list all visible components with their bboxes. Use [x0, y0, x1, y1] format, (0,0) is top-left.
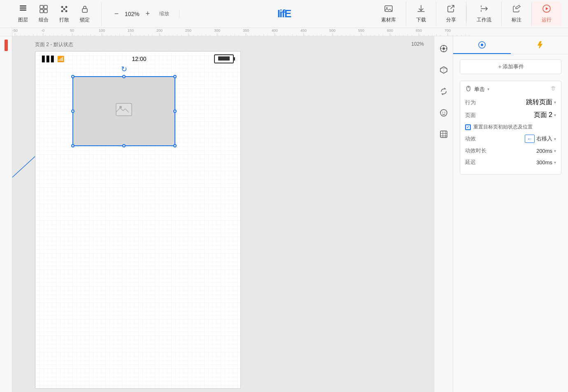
logo-text: IifE [277, 7, 291, 20]
download-button[interactable]: 下载 [406, 2, 436, 26]
run-button[interactable]: 运行 [532, 2, 561, 26]
duration-value-group: 200ms ▾ [536, 148, 556, 154]
cycle-button[interactable] [436, 84, 451, 99]
add-event-plus-icon: ＋ [497, 63, 503, 70]
battery-icon [214, 54, 234, 63]
emoji-button[interactable] [436, 105, 451, 120]
svg-rect-2 [20, 5, 26, 7]
horizontal-ruler: -50-050100150200250300350400450500550600… [12, 28, 568, 36]
svg-point-14 [386, 7, 388, 9]
behavior-value: 跳转页面 [526, 98, 552, 107]
right-side: ＋ 添加事件 单击 [434, 36, 568, 392]
signal-icon: ▋▋▋ [42, 56, 56, 62]
download-label: 下载 [416, 16, 426, 23]
share-button[interactable]: 分享 [436, 2, 466, 26]
handle-top-center[interactable] [122, 75, 126, 78]
checkbox-check-icon: ✓ [466, 125, 470, 129]
zoom-label: 缩放 [159, 10, 169, 17]
duration-label: 动效时长 [465, 147, 487, 154]
svg-rect-4 [44, 5, 47, 9]
rotation-handle[interactable]: ↻ [121, 65, 127, 74]
svg-point-11 [63, 8, 65, 10]
table-button[interactable] [436, 127, 451, 142]
share-label: 分享 [446, 16, 456, 23]
handle-bottom-center[interactable] [122, 144, 126, 147]
assets-label: 素材库 [381, 16, 396, 23]
target-button[interactable] [436, 41, 451, 56]
zoom-plus-button[interactable]: + [143, 9, 153, 18]
image-placeholder-icon [116, 103, 132, 119]
page-row: 页面 页面 2 ▾ [465, 111, 556, 119]
run-label: 运行 [542, 16, 552, 23]
layers-label: 图层 [18, 16, 28, 23]
svg-rect-12 [82, 9, 87, 12]
handle-top-left[interactable] [71, 75, 74, 78]
svg-rect-6 [44, 9, 47, 13]
svg-point-8 [65, 6, 68, 8]
props-tabs [453, 36, 568, 54]
svg-point-18 [119, 106, 122, 108]
right-toolbar: 素材库 下载 分享 [371, 2, 561, 26]
handle-bottom-left[interactable] [71, 144, 74, 147]
status-bar: ▋▋▋ 📶 12:00 [35, 51, 240, 66]
reset-checkbox[interactable]: ✓ [465, 124, 471, 130]
page-label: 页面 [465, 112, 490, 119]
image-element-wrapper[interactable]: ↻ [72, 76, 175, 146]
behavior-dropdown[interactable]: 跳转页面 ▾ [526, 98, 556, 107]
event-trigger[interactable]: 单击 ▾ [465, 85, 489, 93]
handle-bottom-right[interactable] [173, 144, 177, 147]
effect-value-group: ← 右移入 ▾ [525, 135, 556, 143]
add-event-button[interactable]: ＋ 添加事件 [460, 59, 561, 74]
effect-label: 动效 [465, 135, 476, 142]
handle-middle-left[interactable] [71, 110, 74, 113]
reset-label: 重置目标页初始状态及位置 [473, 124, 533, 131]
annotate-icon [512, 4, 521, 15]
workflow-button[interactable]: 工作流 [467, 2, 502, 26]
handle-top-right[interactable] [173, 75, 177, 78]
logo-area: IifE [277, 7, 291, 20]
effect-dropdown-arrow[interactable]: ▾ [554, 137, 556, 141]
tab-settings[interactable] [453, 36, 511, 54]
assets-button[interactable]: 素材库 [371, 2, 406, 26]
scatter-button[interactable]: 打散 [55, 2, 73, 26]
signal-area: ▋▋▋ 📶 [42, 56, 64, 62]
scatter-icon [60, 5, 69, 15]
delete-event-button[interactable] [550, 86, 556, 93]
handle-middle-right[interactable] [173, 110, 177, 113]
canvas-area[interactable]: 页面 2 - 默认状态 102% ▋▋▋ 📶 12:00 [12, 36, 434, 392]
duration-dropdown-arrow[interactable]: ▾ [554, 149, 556, 153]
event-card-header: 单击 ▾ [465, 85, 556, 93]
annotate-button[interactable]: 标注 [502, 2, 532, 26]
canvas-page-label: 页面 2 - 默认状态 [35, 41, 73, 48]
delay-value: 300ms [536, 159, 552, 166]
layers-icon [19, 5, 28, 15]
svg-point-7 [61, 6, 63, 8]
behavior-dropdown-arrow: ▾ [554, 100, 556, 105]
group-button[interactable]: 组合 [35, 2, 53, 26]
image-element[interactable] [72, 76, 175, 146]
svg-point-20 [442, 47, 445, 50]
effect-direction-icon[interactable]: ← [525, 135, 535, 143]
svg-rect-5 [40, 9, 43, 13]
cube-button[interactable] [436, 63, 451, 77]
scatter-label: 打散 [59, 16, 69, 23]
lock-label: 锁定 [80, 16, 90, 23]
duration-value: 200ms [536, 148, 552, 154]
assets-icon [384, 4, 393, 15]
delay-row: 延迟 300ms ▾ [465, 159, 556, 166]
canvas-zoom-label: 102% [411, 41, 424, 47]
lock-button[interactable]: 锁定 [76, 2, 94, 26]
lock-icon [80, 5, 89, 15]
svg-point-9 [61, 10, 63, 12]
svg-point-36 [481, 44, 483, 46]
duration-row: 动效时长 200ms ▾ [465, 147, 556, 154]
page-dropdown[interactable]: 页面 2 ▾ [534, 111, 556, 119]
trigger-dropdown-arrow[interactable]: ▾ [487, 87, 489, 91]
tab-lightning[interactable] [511, 36, 568, 54]
delay-dropdown-arrow[interactable]: ▾ [554, 160, 556, 165]
run-icon [542, 4, 551, 15]
layers-button[interactable]: 图层 [14, 2, 32, 26]
top-toolbar: 图层 组合 [0, 0, 568, 28]
svg-rect-3 [40, 5, 43, 9]
zoom-minus-button[interactable]: − [112, 9, 121, 18]
